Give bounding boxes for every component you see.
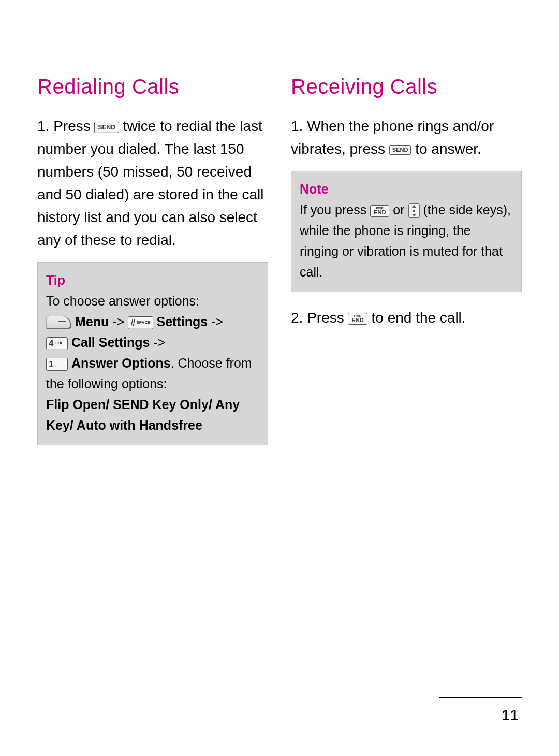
- four-key-icon: 4GHI: [46, 337, 68, 350]
- step-text: 1. Press: [37, 118, 94, 134]
- footer-rule: [439, 697, 522, 698]
- tip-options-list: Flip Open/ SEND Key Only/ Any Key/ Auto …: [46, 394, 259, 435]
- tip-callout: Tip To choose answer options: Menu -> #S…: [37, 262, 268, 445]
- key-main: #: [130, 318, 135, 327]
- nav-settings: Settings: [156, 314, 208, 329]
- pwr-end-key-icon: PWR END: [370, 205, 389, 217]
- heading-redialing-calls: Redialing Calls: [37, 75, 268, 98]
- arrow: ->: [109, 314, 128, 329]
- key-end: END: [351, 317, 363, 323]
- note-callout: Note If you press PWR END or (the side k…: [291, 171, 522, 292]
- note-label: Note: [300, 179, 513, 199]
- left-soft-key-icon: [46, 316, 71, 329]
- step-text: twice to redial the last number you dial…: [37, 118, 263, 248]
- receive-step-1: 1. When the phone rings and/or vibrates,…: [291, 115, 522, 161]
- one-key-icon: 1: [46, 358, 68, 371]
- manual-page: Redialing Calls 1. Press SEND twice to r…: [0, 0, 559, 756]
- key-main: 1: [49, 360, 53, 369]
- step-text: to end the call.: [372, 310, 466, 326]
- pwr-end-key-icon: PWR END: [348, 313, 367, 325]
- nav-answer-options: Answer Options: [71, 356, 171, 370]
- left-column: Redialing Calls 1. Press SEND twice to r…: [37, 75, 268, 445]
- send-key-icon: SEND: [94, 122, 119, 133]
- heading-receiving-calls: Receiving Calls: [291, 75, 522, 98]
- arrow: ->: [208, 314, 223, 329]
- step-text: to answer.: [415, 141, 481, 157]
- two-column-layout: Redialing Calls 1. Press SEND twice to r…: [37, 75, 522, 445]
- note-body: If you press PWR END or (the side keys),…: [300, 199, 513, 282]
- redial-step-1: 1. Press SEND twice to redial the last n…: [37, 115, 268, 252]
- right-column: Receiving Calls 1. When the phone rings …: [291, 75, 522, 445]
- nav-menu: Menu: [75, 314, 109, 329]
- key-sub: GHI: [54, 341, 62, 345]
- tip-nav-path: Menu -> #SPACE Settings ->: [46, 311, 259, 332]
- hash-key-icon: #SPACE: [128, 316, 153, 329]
- side-volume-key-icon: [408, 203, 420, 218]
- tip-nav-path-3: 1 Answer Options. Choose from the follow…: [46, 353, 259, 394]
- key-sub: [54, 362, 55, 366]
- receive-step-2: 2. Press PWR END to end the call.: [291, 307, 522, 329]
- step-text: 2. Press: [291, 310, 348, 326]
- arrow: ->: [150, 335, 165, 350]
- tip-intro: To choose answer options:: [46, 290, 259, 311]
- note-or: or: [393, 202, 408, 217]
- tip-nav-path-2: 4GHI Call Settings ->: [46, 332, 259, 353]
- tip-label: Tip: [46, 270, 259, 290]
- note-text: If you press: [300, 202, 370, 217]
- nav-call-settings: Call Settings: [71, 335, 150, 350]
- key-main: 4: [49, 339, 53, 348]
- key-sub: SPACE: [137, 321, 151, 325]
- page-number: 11: [502, 706, 519, 724]
- send-key-icon: SEND: [389, 145, 411, 155]
- key-end: END: [374, 210, 386, 215]
